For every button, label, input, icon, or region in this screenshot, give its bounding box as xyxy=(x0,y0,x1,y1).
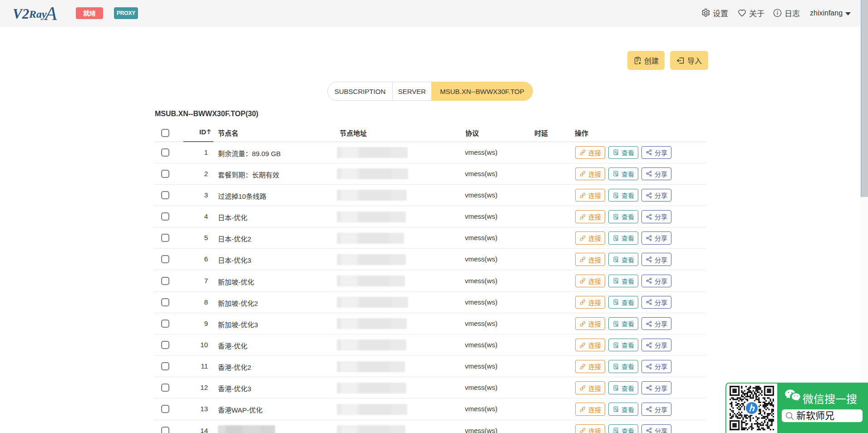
svg-text:Ray: Ray xyxy=(29,8,47,20)
svg-text:V2: V2 xyxy=(13,6,29,22)
svg-text:A: A xyxy=(44,3,57,24)
